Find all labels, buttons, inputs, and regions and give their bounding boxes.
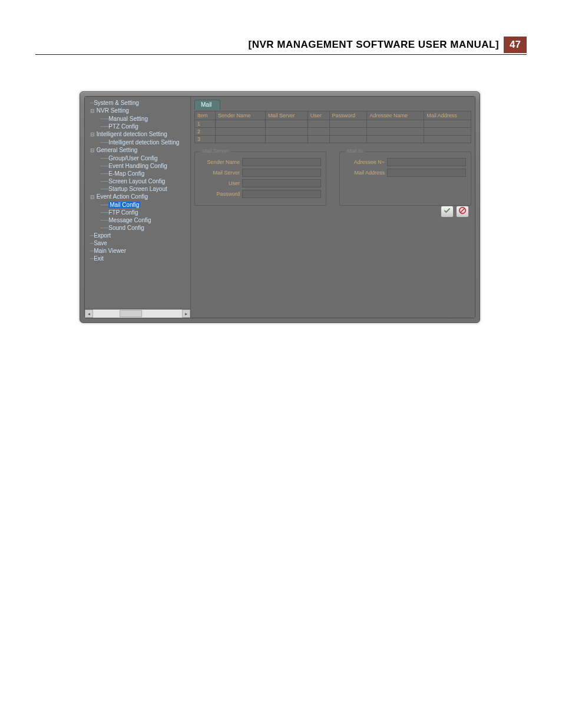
tab-mail[interactable]: Mail: [194, 100, 220, 110]
table-header[interactable]: Item: [195, 111, 216, 120]
page-title: [NVR MANAGEMENT SOFTWARE USER MANUAL]: [249, 39, 500, 51]
table-cell[interactable]: 2: [195, 128, 216, 136]
mail-server-label: Mail Server: [200, 170, 240, 176]
tree-item[interactable]: ········E-Map Config: [86, 170, 189, 177]
mail-address-input[interactable]: [387, 169, 466, 177]
page-number: 47: [504, 37, 527, 53]
table-row[interactable]: 3: [195, 136, 471, 143]
password-label: Password: [200, 191, 240, 197]
tree-item[interactable]: ········Event Handling Config: [86, 162, 189, 170]
tree-item[interactable]: ········Sound Config: [86, 224, 189, 232]
tree-item[interactable]: ····System & Setting: [86, 99, 189, 107]
mail-address-label: Mail Address: [345, 170, 385, 176]
table-cell[interactable]: [215, 128, 265, 136]
app-inner: ····System & Setting⊟ NVR Setting·······…: [84, 96, 475, 318]
table-cell[interactable]: [329, 128, 367, 136]
tree-item[interactable]: ····Exit: [86, 255, 189, 262]
scroll-thumb[interactable]: [120, 310, 142, 317]
tree-item[interactable]: ········Screen Layout Config: [86, 177, 189, 185]
table-cell[interactable]: [308, 136, 329, 143]
tree-item[interactable]: ⊟ General Setting: [86, 146, 189, 154]
scroll-right-button[interactable]: ▸: [182, 309, 190, 318]
tree-item[interactable]: ····Save: [86, 239, 189, 247]
tree-item[interactable]: ········Message Config: [86, 216, 189, 224]
mail-to-legend: Mail to: [345, 148, 365, 154]
cancel-icon: [458, 206, 467, 217]
tree-item[interactable]: ····Export: [86, 232, 189, 239]
table-cell[interactable]: [329, 136, 367, 143]
panel-tabs: Mail: [194, 99, 471, 110]
tree-item[interactable]: ⊟ Intelligent detection Setting: [86, 130, 189, 139]
adressee-name-label: Adressee N~: [345, 159, 385, 165]
user-input[interactable]: [242, 179, 321, 187]
table-cell[interactable]: 3: [195, 136, 216, 143]
table-header[interactable]: Sender Name: [215, 111, 265, 120]
table-cell[interactable]: [329, 120, 367, 128]
table-header[interactable]: User: [308, 111, 329, 120]
password-input[interactable]: [242, 190, 321, 198]
tree-item[interactable]: ········Startup Screen Layout: [86, 185, 189, 193]
table-cell[interactable]: [308, 128, 329, 136]
tree-item[interactable]: ········Intelligent detection Setting: [86, 139, 189, 146]
table-cell[interactable]: [367, 128, 424, 136]
table-cell[interactable]: 1: [195, 120, 216, 128]
mail-to-fieldset: Mail to Adressee N~ Mail Address: [339, 151, 471, 206]
tree-item[interactable]: ⊟ Event Action Config: [86, 193, 189, 201]
table-cell[interactable]: [265, 136, 308, 143]
table-header[interactable]: Adressee Name: [367, 111, 424, 120]
mail-server-legend: Mail Server: [200, 148, 232, 154]
table-cell[interactable]: [308, 120, 329, 128]
mail-accounts-table[interactable]: ItemSender NameMail ServerUserPasswordAd…: [194, 111, 471, 143]
apply-button[interactable]: [441, 206, 454, 218]
table-header[interactable]: Mail Server: [265, 111, 308, 120]
svg-line-1: [461, 209, 465, 213]
table-row[interactable]: 1: [195, 120, 471, 128]
tree-item[interactable]: ········Manual Setting: [86, 115, 189, 123]
table-cell[interactable]: [215, 120, 265, 128]
check-icon: [443, 206, 451, 217]
config-tree-panel: ····System & Setting⊟ NVR Setting·······…: [85, 97, 191, 318]
mail-config-panel: Mail ItemSender NameMail ServerUserPassw…: [191, 97, 475, 318]
table-cell[interactable]: [215, 136, 265, 143]
scroll-track[interactable]: [93, 309, 182, 318]
sender-name-input[interactable]: [242, 158, 321, 166]
table-cell[interactable]: [424, 120, 471, 128]
sender-name-label: Sender Name: [200, 159, 240, 165]
tree-item[interactable]: ········FTP Config: [86, 209, 189, 216]
table-cell[interactable]: [367, 120, 424, 128]
config-tree[interactable]: ····System & Setting⊟ NVR Setting·······…: [85, 97, 190, 309]
tree-item[interactable]: ········Group/User Config: [86, 154, 189, 162]
table-header[interactable]: Mail Address: [424, 111, 471, 120]
tree-item[interactable]: ········PTZ Config: [86, 123, 189, 130]
tree-item[interactable]: ····Main Viewer: [86, 247, 189, 255]
tree-item[interactable]: ········Mail Config: [86, 201, 189, 209]
table-cell[interactable]: [367, 136, 424, 143]
table-cell[interactable]: [424, 128, 471, 136]
table-cell[interactable]: [265, 120, 308, 128]
table-cell[interactable]: [424, 136, 471, 143]
mail-server-input[interactable]: [242, 169, 321, 177]
adressee-name-input[interactable]: [387, 158, 466, 166]
app-window: ····System & Setting⊟ NVR Setting·······…: [80, 91, 480, 323]
page-header: [NVR MANAGEMENT SOFTWARE USER MANUAL] 47: [249, 37, 527, 53]
user-label: User: [200, 180, 240, 186]
cancel-button[interactable]: [456, 206, 469, 218]
table-header[interactable]: Password: [329, 111, 367, 120]
table-cell[interactable]: [265, 128, 308, 136]
tree-horizontal-scrollbar[interactable]: ◂ ▸: [85, 309, 190, 318]
mail-server-fieldset: Mail Server Sender Name Mail Server User: [194, 151, 326, 206]
header-divider: [35, 54, 527, 55]
tree-item[interactable]: ⊟ NVR Setting: [86, 107, 189, 115]
scroll-left-button[interactable]: ◂: [85, 309, 93, 318]
table-row[interactable]: 2: [195, 128, 471, 136]
